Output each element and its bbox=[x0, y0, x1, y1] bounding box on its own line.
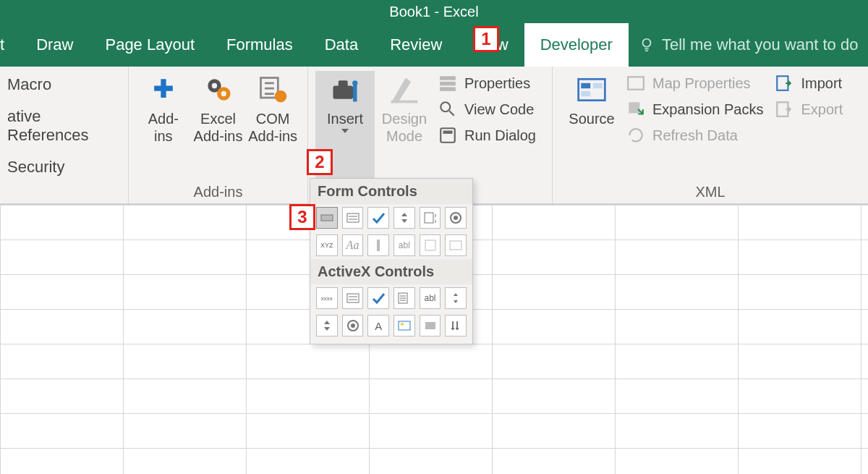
tab-formulas[interactable]: Formulas bbox=[210, 23, 309, 67]
svg-rect-20 bbox=[593, 83, 603, 88]
ax-commandbutton-control[interactable]: xxxx bbox=[316, 287, 338, 309]
svg-rect-34 bbox=[347, 294, 359, 302]
tab-data[interactable]: Data bbox=[309, 23, 374, 67]
ax-checkbox-control[interactable] bbox=[367, 287, 389, 309]
svg-point-4 bbox=[221, 91, 226, 96]
refresh-data-button[interactable]: Refresh Data bbox=[626, 126, 763, 145]
import-icon bbox=[775, 74, 793, 93]
activex-controls-header: ActiveX Controls bbox=[310, 259, 472, 284]
design-mode-button[interactable]: Design Mode bbox=[375, 71, 434, 182]
com-addins-label: COM Add-ins bbox=[248, 110, 297, 145]
svg-rect-9 bbox=[353, 83, 357, 102]
com-addins-icon bbox=[257, 74, 289, 106]
form-spin-control[interactable] bbox=[393, 207, 415, 229]
tab-page-layout[interactable]: Page Layout bbox=[89, 23, 210, 67]
export-button[interactable]: Export bbox=[775, 100, 843, 119]
svg-point-6 bbox=[275, 90, 287, 103]
relative-references-label: ative References bbox=[7, 107, 121, 145]
view-code-label: View Code bbox=[464, 101, 534, 118]
ax-label-control[interactable]: A bbox=[367, 315, 389, 337]
svg-rect-12 bbox=[440, 76, 456, 80]
ax-textbox-control[interactable]: abl bbox=[420, 287, 441, 309]
svg-rect-31 bbox=[377, 240, 380, 251]
ax-image-control[interactable] bbox=[393, 315, 415, 337]
svg-rect-14 bbox=[440, 87, 456, 90]
properties-label: Properties bbox=[464, 75, 530, 92]
svg-point-0 bbox=[642, 39, 650, 47]
macro-security-button[interactable]: Security bbox=[7, 158, 121, 177]
svg-rect-21 bbox=[581, 91, 590, 96]
run-dialog-button[interactable]: Run Dialog bbox=[438, 126, 536, 145]
ax-toggle-control[interactable] bbox=[420, 315, 441, 337]
svg-rect-32 bbox=[425, 240, 435, 250]
svg-rect-26 bbox=[321, 215, 333, 221]
source-label: Source bbox=[569, 110, 614, 127]
addins-icon bbox=[148, 74, 179, 106]
ax-combobox-control[interactable] bbox=[342, 287, 364, 309]
form-checkbox-control[interactable] bbox=[367, 207, 389, 229]
svg-rect-22 bbox=[628, 77, 644, 89]
activex-controls-row2: A bbox=[310, 312, 472, 339]
svg-rect-28 bbox=[425, 213, 433, 223]
group-code: Macro ative References Security bbox=[0, 67, 129, 203]
view-code-button[interactable]: View Code bbox=[438, 100, 536, 119]
toolbox-icon bbox=[329, 74, 361, 106]
ax-scrollbar-control[interactable] bbox=[445, 287, 467, 309]
insert-controls-dropdown: Form Controls XYZ Aa abl ActiveX Control… bbox=[310, 178, 473, 344]
form-groupbox-control[interactable]: XYZ bbox=[316, 234, 338, 256]
svg-rect-38 bbox=[399, 321, 410, 330]
macro-security-label: Security bbox=[7, 158, 64, 177]
tab-draw[interactable]: Draw bbox=[20, 23, 89, 67]
import-button[interactable]: Import bbox=[775, 74, 843, 93]
properties-icon bbox=[438, 74, 457, 93]
chevron-down-icon bbox=[341, 129, 349, 133]
svg-rect-7 bbox=[333, 86, 354, 99]
relative-references-button[interactable]: ative References bbox=[7, 107, 121, 145]
addins-button[interactable]: Add- ins bbox=[136, 71, 191, 182]
run-dialog-label: Run Dialog bbox=[464, 127, 536, 144]
ax-spin-control[interactable] bbox=[316, 315, 338, 337]
design-mode-label: Design Mode bbox=[382, 110, 427, 145]
form-image-control[interactable] bbox=[445, 234, 467, 256]
svg-point-39 bbox=[401, 323, 404, 326]
form-controls-header: Form Controls bbox=[310, 179, 472, 204]
com-addins-button[interactable]: COM Add-ins bbox=[245, 71, 300, 182]
svg-rect-27 bbox=[347, 213, 359, 222]
design-mode-icon bbox=[388, 74, 420, 106]
form-controls-row1 bbox=[310, 204, 472, 232]
tab-review[interactable]: Review bbox=[374, 23, 458, 67]
form-controls-row2: XYZ Aa abl bbox=[310, 232, 472, 259]
lightbulb-icon bbox=[639, 37, 655, 53]
form-option-control[interactable] bbox=[445, 207, 467, 229]
form-textfield-control[interactable]: abl bbox=[393, 234, 415, 256]
form-scrollbar-control[interactable] bbox=[367, 234, 389, 256]
svg-rect-18 bbox=[579, 79, 605, 100]
ax-option-control[interactable] bbox=[342, 315, 364, 337]
tab-partial[interactable]: t bbox=[0, 23, 20, 67]
svg-point-30 bbox=[454, 216, 458, 220]
record-macro-label: Macro bbox=[7, 75, 51, 94]
svg-rect-19 bbox=[581, 83, 590, 88]
record-macro-button[interactable]: Macro bbox=[7, 75, 121, 94]
group-addins-label: Add-ins bbox=[136, 182, 300, 203]
expansion-packs-label: Expansion Packs bbox=[652, 101, 763, 118]
svg-rect-33 bbox=[450, 241, 461, 250]
svg-rect-8 bbox=[339, 80, 348, 87]
tab-developer[interactable]: Developer bbox=[524, 23, 629, 67]
form-frame-control[interactable] bbox=[420, 234, 441, 256]
ax-more-controls[interactable] bbox=[445, 315, 467, 337]
form-combobox-control[interactable] bbox=[342, 207, 364, 229]
activex-controls-row1: xxxx abl bbox=[310, 284, 472, 312]
ax-listbox-control[interactable] bbox=[393, 287, 415, 309]
map-properties-button[interactable]: Map Properties bbox=[626, 74, 763, 93]
source-button[interactable]: Source bbox=[560, 71, 624, 182]
group-xml: Source Map Properties Expansion Packs Re… bbox=[553, 67, 868, 203]
tell-me[interactable]: Tell me what you want to do bbox=[629, 35, 858, 54]
form-button-control[interactable] bbox=[316, 207, 338, 229]
form-listbox-control[interactable] bbox=[420, 207, 441, 229]
svg-rect-40 bbox=[425, 322, 435, 329]
properties-button[interactable]: Properties bbox=[438, 74, 536, 93]
form-label-control[interactable]: Aa bbox=[342, 234, 364, 256]
excel-addins-button[interactable]: Excel Add-ins bbox=[191, 71, 246, 182]
expansion-packs-button[interactable]: Expansion Packs bbox=[626, 100, 763, 119]
